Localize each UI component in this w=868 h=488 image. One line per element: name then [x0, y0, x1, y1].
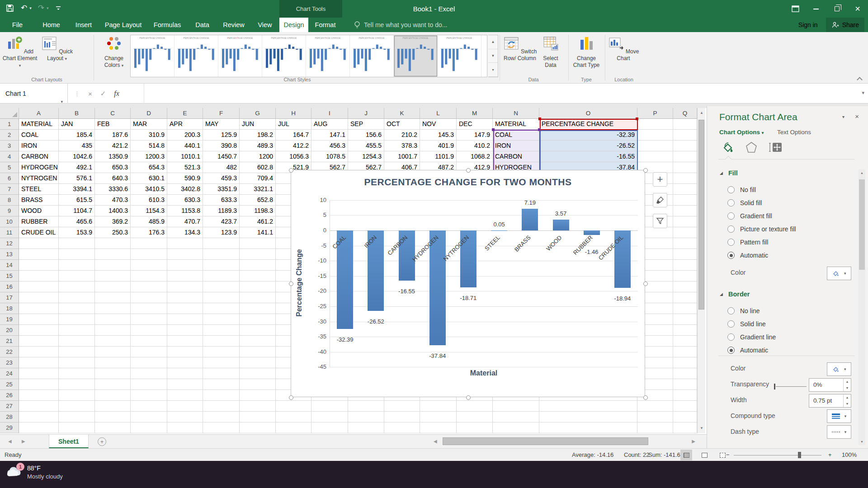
column-header-H[interactable]: H	[276, 108, 311, 119]
cell-E7[interactable]: 3402.8	[167, 184, 203, 195]
cell-E16[interactable]	[167, 282, 203, 292]
cell-B8[interactable]: 615.5	[59, 195, 95, 206]
sheet-nav-left-icon[interactable]: ◀	[8, 435, 12, 448]
row-header-18[interactable]: 18	[0, 303, 19, 314]
cell-D6[interactable]: 630.1	[131, 173, 167, 184]
row-header-16[interactable]: 16	[0, 282, 19, 292]
cell-P28[interactable]	[637, 412, 673, 422]
cell-G2[interactable]: 198.2	[240, 130, 276, 141]
cell-B10[interactable]: 465.6	[59, 216, 95, 227]
collapse-ribbon-icon[interactable]	[857, 76, 862, 81]
restore-button[interactable]	[826, 0, 847, 18]
cell-A6[interactable]: NYTROGEN	[19, 173, 59, 184]
row-header-19[interactable]: 19	[0, 314, 19, 325]
cell-B29[interactable]	[59, 422, 95, 433]
cell-F8[interactable]: 633.3	[203, 195, 240, 206]
ribbon-display-options-button[interactable]	[785, 0, 806, 18]
cell-M29[interactable]	[457, 422, 493, 433]
cell-F3[interactable]: 390.8	[203, 141, 240, 151]
cell-E23[interactable]	[167, 357, 203, 368]
cell-E24[interactable]	[167, 368, 203, 379]
border-section-header[interactable]: ◢Border	[720, 291, 750, 298]
cell-A4[interactable]: CARBON	[19, 151, 59, 162]
cell-Q11[interactable]	[673, 227, 697, 238]
cell-G6[interactable]: 709.4	[240, 173, 276, 184]
cell-D15[interactable]	[131, 271, 167, 282]
cell-E19[interactable]	[167, 314, 203, 325]
pane-scroll-thumb[interactable]	[859, 179, 865, 270]
cell-D20[interactable]	[131, 325, 167, 336]
cell-G29[interactable]	[240, 422, 276, 433]
cell-F6[interactable]: 459.3	[203, 173, 240, 184]
cell-A10[interactable]: RUBBER	[19, 216, 59, 227]
cell-K28[interactable]	[384, 412, 420, 422]
cell-K1[interactable]: OCT	[384, 119, 420, 130]
cell-I27[interactable]	[311, 401, 348, 412]
cell-F18[interactable]	[203, 303, 240, 314]
cell-A7[interactable]: STEEL	[19, 184, 59, 195]
cell-A24[interactable]	[19, 368, 59, 379]
chart-resize-handle[interactable]	[643, 168, 648, 173]
cell-Q16[interactable]	[673, 282, 697, 292]
selection-handle[interactable]	[538, 117, 541, 120]
row-header-22[interactable]: 22	[0, 347, 19, 357]
chart[interactable]: PERCENTAGE CHANGE FOR TWO MONTHS 1050-5-…	[291, 170, 645, 397]
column-header-I[interactable]: I	[311, 108, 348, 119]
cell-M3[interactable]: 410.2	[457, 141, 493, 151]
cell-G24[interactable]	[240, 368, 276, 379]
chart-elements-button[interactable]: +	[653, 172, 667, 187]
cell-Q19[interactable]	[673, 314, 697, 325]
cell-C22[interactable]	[95, 347, 131, 357]
cell-Q23[interactable]	[673, 357, 697, 368]
cell-K29[interactable]	[384, 422, 420, 433]
cell-H3[interactable]: 412.2	[276, 141, 311, 151]
cell-Q29[interactable]	[673, 422, 697, 433]
cell-C4[interactable]: 1350.9	[95, 151, 131, 162]
border-color-button[interactable]: ▾	[827, 362, 851, 376]
cell-J29[interactable]	[348, 422, 384, 433]
cell-Q10[interactable]	[673, 216, 697, 227]
cell-A16[interactable]	[19, 282, 59, 292]
change-colors-button[interactable]: Change Colors ▾	[96, 34, 132, 69]
column-header-D[interactable]: D	[131, 108, 167, 119]
cell-N29[interactable]	[493, 422, 539, 433]
cell-G26[interactable]	[240, 390, 276, 401]
cell-G17[interactable]	[240, 292, 276, 303]
zoom-level[interactable]: 100%	[842, 449, 857, 461]
cell-Q27[interactable]	[673, 401, 697, 412]
cell-I29[interactable]	[311, 422, 348, 433]
row-header-15[interactable]: 15	[0, 271, 19, 282]
transparency-slider-track[interactable]	[776, 386, 807, 387]
cell-F1[interactable]: MAY	[203, 119, 240, 130]
cell-G22[interactable]	[240, 347, 276, 357]
cell-G28[interactable]	[240, 412, 276, 422]
column-header-N[interactable]: N	[493, 108, 539, 119]
row-header-4[interactable]: 4	[0, 151, 19, 162]
sheet-tab-sheet1[interactable]: Sheet1	[49, 435, 89, 448]
tab-insert[interactable]: Insert	[68, 18, 99, 32]
cell-A25[interactable]	[19, 379, 59, 390]
view-page-layout-button[interactable]	[698, 450, 710, 460]
cell-B12[interactable]	[59, 238, 95, 249]
cell-C2[interactable]: 187.6	[95, 130, 131, 141]
cell-G19[interactable]	[240, 314, 276, 325]
cell-H2[interactable]: 164.7	[276, 130, 311, 141]
cell-L3[interactable]: 401.9	[420, 141, 457, 151]
cell-C25[interactable]	[95, 379, 131, 390]
cell-Q17[interactable]	[673, 292, 697, 303]
cell-I1[interactable]: AUG	[311, 119, 348, 130]
horizontal-scroll-thumb[interactable]	[443, 437, 648, 445]
cell-D12[interactable]	[131, 238, 167, 249]
cell-Q28[interactable]	[673, 412, 697, 422]
cell-A20[interactable]	[19, 325, 59, 336]
cell-I3[interactable]: 456.3	[311, 141, 348, 151]
cell-D21[interactable]	[131, 336, 167, 347]
cell-E27[interactable]	[167, 401, 203, 412]
cell-D24[interactable]	[131, 368, 167, 379]
row-header-9[interactable]: 9	[0, 206, 19, 216]
cell-F9[interactable]: 1189.3	[203, 206, 240, 216]
cell-A21[interactable]	[19, 336, 59, 347]
cell-F24[interactable]	[203, 368, 240, 379]
close-button[interactable]: ×	[847, 0, 868, 18]
column-header-E[interactable]: E	[167, 108, 203, 119]
